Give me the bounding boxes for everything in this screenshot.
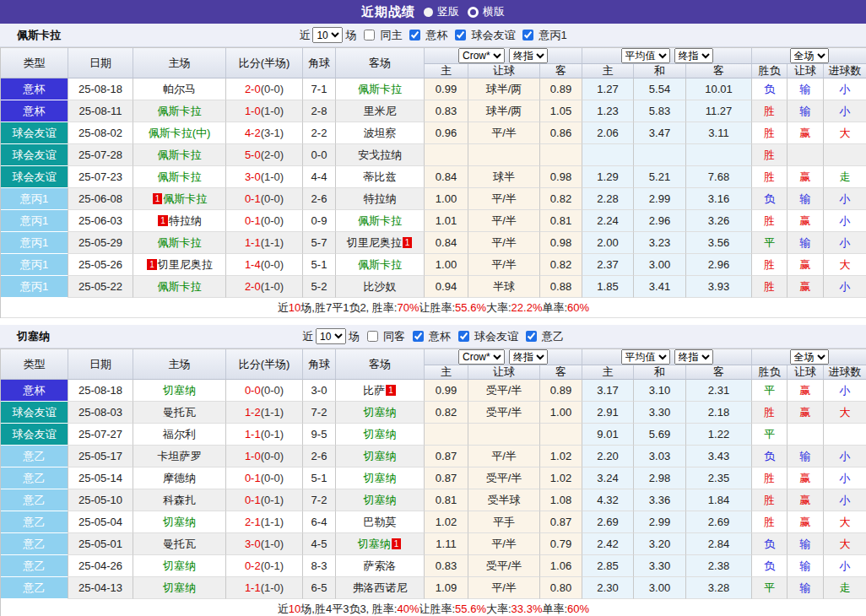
bookmaker-select[interactable]: Crow* xyxy=(458,48,505,63)
league-type-cell: 意乙 xyxy=(1,511,68,533)
match-date: 25-05-10 xyxy=(68,489,133,511)
corners-cell: 6-5 xyxy=(303,577,336,599)
match-count-select[interactable]: 10 xyxy=(312,27,343,43)
avg-away: 11.27 xyxy=(686,100,752,122)
avg-time-select[interactable]: 终指 xyxy=(674,349,713,365)
away-team-cell: 蒂比兹 xyxy=(336,166,425,188)
result-wdl-value: 胜 xyxy=(764,126,775,141)
avg-time-select[interactable]: 终指 xyxy=(674,48,713,63)
column-header: 日期 xyxy=(68,48,133,78)
result-goals: 大 xyxy=(824,402,866,424)
result-goals xyxy=(824,424,866,446)
odds-home: 0.99 xyxy=(425,78,468,100)
league-filter-checkbox[interactable] xyxy=(458,331,469,342)
away-team-cell: 切塞纳 xyxy=(336,489,425,511)
score-cell: 5-0(2-0) xyxy=(226,144,303,166)
odds-handicap: 受平/半 xyxy=(468,555,540,577)
score-cell: 2-1(1-1) xyxy=(226,511,303,533)
result-wdl: 胜 xyxy=(752,166,788,188)
result-wdl: 胜 xyxy=(752,210,788,232)
result-handicap-value: 赢 xyxy=(800,126,811,141)
same-venue-checkbox[interactable] xyxy=(364,30,375,41)
odds-away: 1.08 xyxy=(540,489,582,511)
league-filter-checkbox[interactable] xyxy=(522,30,533,41)
full-time-score: 0-1 xyxy=(245,192,261,205)
same-venue-filter[interactable]: 同主 xyxy=(359,28,402,43)
league-filter[interactable]: 意杯 xyxy=(404,28,447,43)
full-time-score: 1-1 xyxy=(245,428,261,440)
league-filter-checkbox[interactable] xyxy=(409,30,420,41)
odds-away: 0.89 xyxy=(540,380,582,402)
radio-horizontal-layout[interactable]: 横版 xyxy=(468,4,505,19)
avg-draw xyxy=(634,144,686,166)
average-select[interactable]: 平均值 xyxy=(621,48,670,63)
away-team: 切塞纳 xyxy=(358,537,391,552)
summary-row: 近10场,胜7平1负2, 胜率:70% 让胜率:55.6% 大率:22.2% 单… xyxy=(1,298,866,318)
result-goals: 小 xyxy=(824,380,866,402)
league-filter[interactable]: 意乙 xyxy=(521,329,564,344)
league-filter-checkbox[interactable] xyxy=(413,331,424,342)
corners-cell: 5-7 xyxy=(303,232,336,254)
half-time-score: (0-1) xyxy=(261,494,284,506)
odds-time-select[interactable]: 终指 xyxy=(509,349,548,365)
result-goals-value: 小 xyxy=(840,559,851,574)
result-wdl-value: 负 xyxy=(764,559,775,574)
home-team: 佩斯卡拉 xyxy=(163,192,207,207)
league-filter[interactable]: 球会友谊 xyxy=(450,28,515,43)
average-select[interactable]: 平均值 xyxy=(621,349,670,365)
summary-part: 33.3% xyxy=(511,602,543,615)
result-handicap xyxy=(788,424,824,446)
score-cell: 1-1(0-1) xyxy=(226,424,303,446)
result-handicap: 输 xyxy=(788,555,824,577)
league-filter[interactable]: 意杯 xyxy=(408,329,451,344)
home-team: 卡坦萨罗 xyxy=(158,449,202,464)
odds-home: 1.02 xyxy=(425,511,468,533)
avg-away: 3.16 xyxy=(686,188,752,210)
league-filter[interactable]: 球会友谊 xyxy=(453,329,518,344)
avg-home: 2.42 xyxy=(582,533,634,555)
result-wdl-value: 负 xyxy=(764,192,775,207)
odds-handicap: 半球 xyxy=(468,276,540,298)
scope-select[interactable]: 全场 xyxy=(790,349,829,365)
summary-part: 60% xyxy=(567,301,589,314)
league-filter[interactable]: 意丙1 xyxy=(517,28,566,43)
summary-part: 大率: xyxy=(486,602,511,616)
half-time-score: (1-0) xyxy=(261,538,284,550)
scope-select[interactable]: 全场 xyxy=(790,48,829,63)
odds-away: 0.98 xyxy=(540,166,582,188)
radio-vertical-layout[interactable]: 竖版 xyxy=(424,4,459,19)
sub-column-header: 让球 xyxy=(468,64,540,78)
odds-away: 0.87 xyxy=(540,511,582,533)
match-date: 25-08-18 xyxy=(68,78,133,100)
league-filter-checkbox[interactable] xyxy=(526,331,537,342)
away-team-cell: 佩斯卡拉 xyxy=(336,210,425,232)
summary-part: 场,胜4平3负3, 胜率: xyxy=(300,602,397,616)
same-venue-filter[interactable]: 同客 xyxy=(362,329,405,344)
away-team-cell: 弗洛西诺尼 xyxy=(336,577,425,599)
odds-handicap: 平/半 xyxy=(468,122,540,144)
odds-home: 0.81 xyxy=(425,489,468,511)
match-date: 25-08-02 xyxy=(68,122,133,144)
summary-part: 70% xyxy=(397,301,419,314)
bookmaker-select[interactable]: Crow* xyxy=(458,349,505,365)
result-goals: 小 xyxy=(824,555,866,577)
score-cell: 1-1(1-1) xyxy=(226,232,303,254)
match-date: 25-05-01 xyxy=(68,533,133,555)
result-handicap: 输 xyxy=(788,446,824,467)
odds-home xyxy=(425,144,468,166)
match-count-select[interactable]: 10 xyxy=(316,328,346,344)
result-wdl-value: 平 xyxy=(764,235,775,251)
away-team: 比萨 xyxy=(363,383,385,398)
odds-time-select[interactable]: 终指 xyxy=(509,48,548,63)
same-venue-checkbox[interactable] xyxy=(367,331,378,342)
result-wdl-value: 胜 xyxy=(764,471,775,486)
sub-column-header: 和 xyxy=(634,365,686,380)
league-type-cell: 意丙1 xyxy=(1,188,68,210)
match-date: 25-06-03 xyxy=(68,210,133,232)
home-team: 佩斯卡拉 xyxy=(158,279,202,294)
league-filter-label: 球会友谊 xyxy=(474,329,518,344)
match-date: 25-08-11 xyxy=(68,100,133,122)
result-handicap: 赢 xyxy=(788,489,824,511)
league-filter-checkbox[interactable] xyxy=(455,30,466,41)
summary-part: 40% xyxy=(397,602,419,615)
